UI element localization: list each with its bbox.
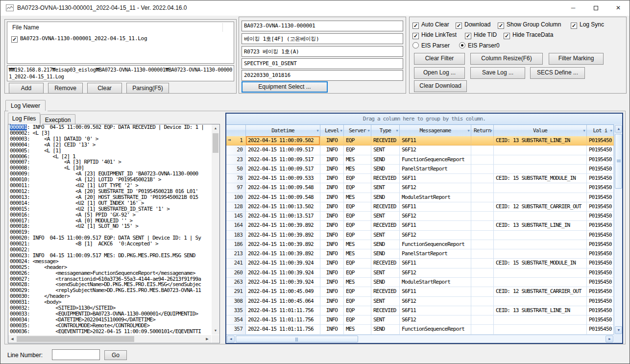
filter-icon[interactable]: ▼ <box>610 129 612 133</box>
file-list[interactable]: File Name ✓BA0723-OVNA-1130-000001_2022-… <box>7 22 234 64</box>
remove-button[interactable]: Remove <box>48 83 83 94</box>
grid-row[interactable]: 2912022-04-15 11:00:45.049INFOEQPRECEVIE… <box>226 287 614 296</box>
clear-button[interactable]: Clear <box>87 83 122 94</box>
spec-date-field[interactable]: 20220330_101816 <box>242 70 403 81</box>
grid-group-bar[interactable]: Drag a column here to group by this colu… <box>226 114 622 124</box>
filter-icon[interactable]: ▼ <box>396 129 398 133</box>
scroll-right-icon[interactable]: ▶ <box>203 335 211 343</box>
grid-vscroll-thumb[interactable] <box>615 134 622 189</box>
grid-row[interactable]: 502022-04-15 11:00:09.517INFOMESSENDPane… <box>226 165 614 174</box>
equipment-line-field[interactable]: R0723 베이킹 1호(A) <box>242 46 403 57</box>
tab-exception[interactable]: Execption <box>40 114 75 124</box>
grid-row[interactable]: 1452022-04-15 11:00:13.517INFOEQPSENTS6F… <box>226 212 614 221</box>
grid-vertical-scrollbar[interactable]: ▲ ▼ <box>614 124 622 335</box>
equipment-id-field[interactable]: BA0723-OVNA-1130-000001 <box>242 21 403 31</box>
filter-icon[interactable]: ▼ <box>583 129 585 133</box>
close-button[interactable]: ✕ <box>607 0 630 16</box>
maximize-button[interactable] <box>584 0 607 16</box>
filter-icon[interactable]: ▼ <box>490 129 492 133</box>
file-path-box[interactable]: ₩₩192.168.8.217₩eisap03_eislog₩BA0723-OV… <box>7 65 234 81</box>
grid-row[interactable]: 2602022-04-15 11:00:39.924INFOEQPSENTS6F… <box>226 268 614 278</box>
header-datetime[interactable]: Datetime▼ <box>246 125 320 137</box>
header-return[interactable]: Return▼ <box>471 125 494 137</box>
go-button[interactable]: Go <box>104 350 127 360</box>
checkbox-hide-tid[interactable]: ✓Hide TID <box>465 31 497 39</box>
grid-row[interactable]: 3352022-04-15 11:01:11.756INFOEQPRECEVIE… <box>226 306 614 315</box>
filter-icon[interactable]: ▼ <box>317 129 318 133</box>
grid-row[interactable]: 782022-04-15 11:00:09.533INFOEQPRECEVIED… <box>226 174 614 183</box>
header-row-indicator[interactable] <box>226 125 246 137</box>
grid-scroll-down-icon[interactable]: ▼ <box>615 326 622 334</box>
grid-row[interactable]: 2412022-04-15 11:00:39.924INFOEQPRECEVIE… <box>226 259 614 268</box>
log-hscroll-thumb[interactable] <box>17 336 134 342</box>
line-number-input[interactable] <box>52 349 100 360</box>
radio-eis-parser0[interactable]: EIS Parser0 <box>459 42 500 49</box>
filter-icon[interactable]: ▼ <box>368 129 369 133</box>
cell-server: EQP <box>344 212 371 221</box>
checkbox-show-group-column[interactable]: ✓Show Group Column <box>498 21 561 29</box>
scroll-left-icon[interactable]: ◀ <box>8 335 16 343</box>
header-level[interactable]: Level▼ <box>320 125 344 137</box>
scroll-up-icon[interactable]: ▲ <box>212 124 219 132</box>
cell-datetime: 2022-04-15 11:00:39.892 <box>246 231 320 240</box>
log-line[interactable]: 000018: <U2 [1] SLOT_NO '15' > <box>8 223 211 229</box>
file-checkbox[interactable]: ✓ <box>11 36 18 43</box>
log-vscroll-thumb[interactable] <box>213 133 218 153</box>
grid-hscroll-thumb[interactable] <box>236 336 358 342</box>
grid-scroll-right-icon[interactable]: ▶ <box>606 336 613 342</box>
grid-row[interactable]: 3082022-04-15 11:00:45.064INFOEQPSENTS6F… <box>226 297 614 306</box>
grid-row[interactable]: 2132022-04-15 11:00:39.892INFOMESSENDPan… <box>226 249 614 259</box>
log-line[interactable]: 000021: <B [1] ACKC6 '0:Accepted' > <box>8 241 211 247</box>
log-line[interactable]: 000036: <EQEVENTTIME>2022-04-15 11:00:09… <box>8 329 211 335</box>
checkbox-download[interactable]: ✓Download <box>456 21 490 29</box>
grid-scroll-left-icon[interactable]: ◀ <box>227 336 235 342</box>
radio-eis-parser[interactable]: EIS Parser <box>412 42 450 49</box>
checkbox-log-sync[interactable]: ✓Log Sync <box>571 21 604 29</box>
clear-filter-button[interactable]: Clear Filter <box>414 53 465 65</box>
grid-row[interactable]: 232022-04-15 11:00:09.517INFOMESSENDFunc… <box>226 155 614 165</box>
filter-icon[interactable]: ▼ <box>340 129 342 133</box>
log-vertical-scrollbar[interactable]: ▲ ▼ <box>212 124 219 335</box>
grid-row[interactable]: 972022-04-15 11:00:09.548INFOEQPSENTS6F1… <box>226 183 614 193</box>
tab-log-files[interactable]: Log Files <box>8 113 40 124</box>
grid-row[interactable]: 1832022-04-15 11:00:39.892INFOEQPSENTS6F… <box>226 231 614 240</box>
header-type[interactable]: Type▼ <box>371 125 400 137</box>
filter-icon[interactable]: ▼ <box>468 129 469 133</box>
scroll-down-icon[interactable]: ▼ <box>212 327 219 335</box>
grid-row[interactable]: →12022-04-15 11:00:09.502INFOEQPRECEVIED… <box>226 136 614 146</box>
cell-value <box>494 212 587 221</box>
grid-row[interactable]: 2632022-04-15 11:00:39.924INFOMESSENDMod… <box>226 278 614 287</box>
header-lotid[interactable]: Lot i▼ <box>587 125 614 137</box>
file-list-item[interactable]: ✓BA0723-OVNA-1130-000001_2022-04-15_11.L… <box>11 35 147 43</box>
grid-row[interactable]: 3572022-04-15 11:01:11.756INFOMESSENDFun… <box>226 325 614 334</box>
header-messagename[interactable]: Messagename▼ <box>400 125 471 137</box>
equipment-name-field[interactable]: 베이킹 1호[4F] (고온베이킹) <box>242 33 403 44</box>
tab-log-viewer[interactable]: Log Viewer <box>5 100 46 111</box>
header-value[interactable]: Value▼ <box>494 125 587 137</box>
clear-download-button[interactable]: Clear Download <box>414 80 467 92</box>
spec-type-field[interactable]: SPECTYPE_01_DSENT <box>242 58 403 69</box>
add-button[interactable]: Add <box>9 83 44 94</box>
minimize-button[interactable]: ─ <box>562 0 584 16</box>
filter-marking-button[interactable]: Filter Marking <box>549 53 604 65</box>
grid-scroll-up-icon[interactable]: ▲ <box>615 125 622 133</box>
grid-row[interactable]: 1282022-04-15 11:00:13.502INFOEQPRECEVIE… <box>226 202 614 212</box>
grid-row[interactable]: 3542022-04-15 11:01:11.756INFOEQPSENTS6F… <box>226 315 614 325</box>
grid-row[interactable]: 1002022-04-15 11:00:09.548INFOMESSENDMod… <box>226 193 614 202</box>
parsing-button[interactable]: Parsing(F5) <box>126 83 169 94</box>
column-resize-button[interactable]: Column Resize(F6) <box>470 53 543 65</box>
log-horizontal-scrollbar[interactable]: ◀ ▶ <box>8 335 211 343</box>
grid-row[interactable]: 1862022-04-15 11:00:39.892INFOMESSENDFun… <box>226 240 614 249</box>
cell-datetime: 2022-04-15 11:00:13.502 <box>246 202 320 212</box>
save-log-button[interactable]: Save Log ... <box>470 67 525 79</box>
equipment-select-button[interactable]: Equipment Select ... <box>242 81 328 93</box>
grid-row[interactable]: 202022-04-15 11:00:09.517INFOEQPSENTS6F1… <box>226 146 614 155</box>
grid-row[interactable]: 1642022-04-15 11:00:39.892INFOEQPRECEVIE… <box>226 221 614 230</box>
checkbox-auto-clear[interactable]: ✓Auto Clear <box>412 21 449 29</box>
header-server[interactable]: Server▼ <box>344 125 371 137</box>
grid-horizontal-scrollbar[interactable]: ◀ ▶ <box>226 335 614 343</box>
open-log-button[interactable]: Open Log ... <box>414 67 465 79</box>
secs-define-button[interactable]: SECS Define ... <box>530 67 585 79</box>
checkbox-hide-linktest[interactable]: ✓Hide LinkTest <box>412 31 457 39</box>
checkbox-hide-tracedata[interactable]: ✓Hide TraceData <box>504 31 553 39</box>
